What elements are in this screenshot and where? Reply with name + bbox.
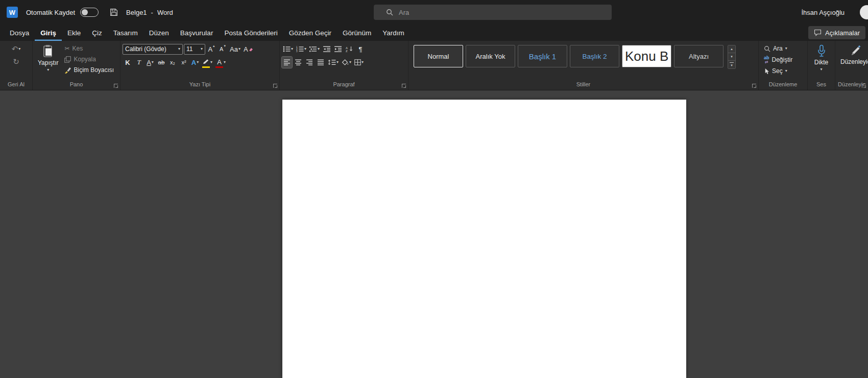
tab-ciz[interactable]: Çiz [86, 25, 108, 41]
bold-button[interactable]: K [123, 57, 133, 68]
tab-giris[interactable]: Giriş [35, 25, 62, 41]
styles-gallery: Normal Aralık Yok Başlık 1 Başlık 2 Konu… [411, 43, 737, 80]
tab-gozden-gecir[interactable]: Gözden Geçir [283, 25, 337, 41]
search-icon [386, 9, 393, 16]
style-aralik-yok[interactable]: Aralık Yok [466, 45, 515, 67]
align-left-icon [284, 59, 291, 65]
cut-button[interactable]: ✂ Kes [62, 43, 116, 54]
microphone-icon [817, 44, 826, 57]
dialog-launcher-icon[interactable] [752, 84, 756, 88]
align-left-button[interactable] [282, 57, 292, 68]
clear-formatting-button[interactable]: A [243, 43, 254, 55]
cut-label: Kes [73, 45, 83, 52]
numbered-list-icon: 123 [296, 46, 304, 52]
sort-button[interactable]: AZ [344, 43, 354, 55]
dialog-launcher-icon[interactable] [862, 84, 866, 88]
ribbon: ↶ ▾ ↻ Geri Al Yapıştır ▾ ✂ Kes [0, 41, 868, 90]
line-spacing-button[interactable]: ▾ [327, 57, 340, 68]
dictate-button[interactable]: Dikte ▾ [811, 43, 831, 80]
borders-button[interactable]: ▾ [353, 57, 365, 68]
tab-dosya[interactable]: Dosya [4, 25, 35, 41]
chevron-down-icon: ▾ [152, 60, 154, 64]
chevron-down-icon: ▾ [291, 47, 293, 51]
find-button[interactable]: Ara ▾ [762, 43, 794, 54]
tab-gorunum[interactable]: Görünüm [337, 25, 377, 41]
strikethrough-letters: ab [158, 59, 165, 65]
find-label: Ara [773, 45, 783, 52]
tab-duzen[interactable]: Düzen [143, 25, 175, 41]
redo-button[interactable]: ↻ [11, 56, 21, 67]
dialog-launcher-icon[interactable] [273, 84, 277, 88]
shading-button[interactable]: ▾ [341, 57, 352, 68]
align-right-button[interactable] [304, 57, 315, 68]
chevron-down-icon: ▾ [304, 47, 306, 51]
justify-button[interactable] [316, 57, 326, 68]
tab-ekle[interactable]: Ekle [62, 25, 86, 41]
document-page[interactable] [282, 100, 686, 378]
tab-yardim[interactable]: Yardım [377, 25, 410, 41]
select-label: Seç [772, 67, 783, 75]
comment-icon [814, 29, 822, 36]
search-box[interactable]: Ara [374, 5, 612, 20]
shrink-font-button[interactable]: A ▾ [218, 43, 228, 55]
editor-button[interactable]: Düzenleyic [837, 43, 868, 80]
comments-button[interactable]: Açıklamalar [808, 26, 865, 39]
font-size-combo[interactable]: 11 ▾ [184, 44, 205, 55]
format-painter-button[interactable]: Biçim Boyacısı [62, 65, 116, 75]
style-normal[interactable]: Normal [414, 45, 463, 67]
tab-posta-gonderileri[interactable]: Posta Gönderileri [219, 25, 283, 41]
underline-button[interactable]: A ▾ [145, 57, 155, 68]
gallery-expand-button[interactable]: ▾ [728, 61, 735, 68]
strikethrough-button[interactable]: ab [156, 57, 166, 68]
replace-button[interactable]: ab ⇄ Değiştir [762, 55, 794, 65]
dialog-launcher-icon[interactable] [402, 84, 406, 88]
tab-tasarim[interactable]: Tasarım [108, 25, 143, 41]
show-paragraph-marks-button[interactable]: ¶ [355, 43, 366, 55]
save-button[interactable] [110, 8, 118, 16]
gallery-scroll-up-button[interactable]: ▴ [728, 45, 735, 53]
avatar[interactable] [860, 5, 868, 19]
undo-button[interactable]: ↶ ▾ [11, 43, 22, 55]
align-center-button[interactable] [293, 57, 303, 68]
increase-indent-button[interactable] [333, 43, 343, 55]
group-undo: ↶ ▾ ↻ Geri Al [0, 41, 33, 90]
dictate-label: Dikte [814, 59, 828, 66]
font-name-combo[interactable]: Calibri (Gövde) ▾ [123, 44, 183, 55]
word-logo-icon[interactable]: W [7, 7, 18, 18]
align-center-icon [295, 59, 302, 65]
paint-bucket-icon [342, 59, 349, 65]
text-effects-button[interactable]: A ▾ [190, 57, 200, 68]
gallery-scroll-down-button[interactable]: ▾ [728, 53, 735, 61]
font-color-button[interactable]: A ▾ [214, 57, 227, 68]
highlight-color-button[interactable]: ▾ [201, 57, 213, 68]
autosave-toggle[interactable] [80, 8, 99, 17]
superscript-button[interactable]: x² [179, 57, 189, 68]
decrease-indent-button[interactable] [322, 43, 332, 55]
autosave-label: Otomatik Kaydet [26, 9, 75, 16]
style-altyazi[interactable]: Altyazı [674, 45, 724, 67]
style-konu-basligi[interactable]: Konu B [622, 45, 671, 67]
change-case-button[interactable]: Aa ▾ [229, 43, 242, 55]
bullet-list-icon [283, 46, 291, 52]
italic-button[interactable]: T [134, 57, 144, 68]
style-baslik-1[interactable]: Başlık 1 [518, 45, 567, 67]
eraser-icon [249, 47, 253, 52]
align-right-icon [306, 59, 313, 65]
sort-icon: AZ [346, 46, 353, 52]
grow-font-button[interactable]: A ▴ [206, 43, 216, 55]
clear-formatting-letter: A [244, 45, 248, 53]
paste-button[interactable]: Yapıştır ▾ [35, 43, 61, 80]
multilevel-list-button[interactable]: ▾ [308, 43, 321, 55]
copy-button[interactable]: Kopyala [62, 54, 116, 64]
numbering-button[interactable]: 123 ▾ [295, 43, 307, 55]
font-color-letter: A [217, 58, 222, 66]
subscript-button[interactable]: x₂ [167, 57, 178, 68]
group-label-paragraph: Paragraf [280, 81, 408, 90]
tab-basvurular[interactable]: Başvurular [175, 25, 219, 41]
dialog-launcher-icon[interactable] [114, 84, 118, 88]
user-name[interactable]: İhsan Aşçıoğlu [801, 0, 845, 25]
document-title: Belge1 - Word [126, 9, 173, 16]
style-baslik-2[interactable]: Başlık 2 [570, 45, 619, 67]
select-button[interactable]: Seç ▾ [762, 66, 794, 76]
bullets-button[interactable]: ▾ [282, 43, 294, 55]
